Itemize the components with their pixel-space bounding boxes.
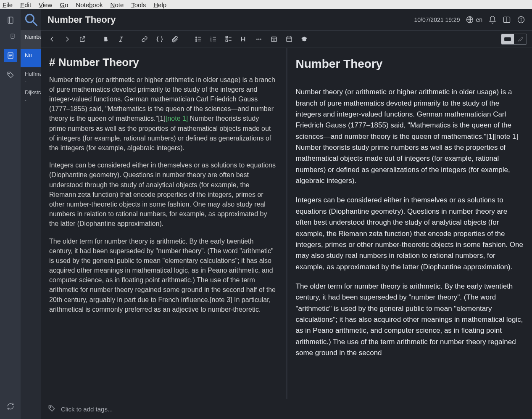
editor-toolbar: 123 [41,30,532,48]
menu-go[interactable]: Go [60,1,68,8]
svg-point-35 [258,39,260,40]
notelist-item[interactable]: Dijkstra- [21,86,41,104]
notelist-item-title: Number Theory [25,34,37,40]
richtext-mode-button[interactable] [514,34,527,44]
notelist-item-sub: - [25,79,37,84]
tags-icon[interactable] [47,404,56,414]
svg-point-9 [8,73,10,74]
tags-icon[interactable] [4,68,17,82]
markdown-mode-button[interactable] [501,34,514,44]
spellcheck-language[interactable]: en [466,16,482,24]
menu-help[interactable]: Help [153,1,166,8]
menubar[interactable]: FileEditViewGoNotebookNoteToolsHelp [0,0,532,9]
preview-heading: Number Theory [296,55,524,78]
svg-point-17 [521,18,521,19]
notelist-item-title: Huffman [25,71,37,77]
preview-paragraph: The older term for number theory is arit… [296,281,524,358]
notes-icon[interactable] [4,49,17,62]
svg-text:3: 3 [211,40,212,42]
note-link[interactable]: [note 1] [166,115,188,122]
nav-back-button[interactable] [46,33,58,45]
note-list: Number TheoryNuHuffman-Dijkstra- [21,9,41,419]
notelist-item-title: Dijkstra [25,89,37,95]
menu-notebook[interactable]: Notebook [76,1,103,8]
note-sub-icon[interactable] [6,29,19,43]
notelist-item-title: Nu [25,52,37,58]
editor-paragraph: Number theory (or arithmetic or higher a… [49,75,277,153]
education-button[interactable] [298,33,311,45]
menu-view[interactable]: View [39,1,52,8]
svg-point-36 [260,39,261,40]
calendar-button[interactable] [283,33,295,45]
menu-file[interactable]: File [3,1,13,8]
tags-placeholder[interactable]: Click to add tags... [61,406,113,413]
preview-pane: Number Theory Number theory (or arithmet… [287,48,532,399]
editor-heading: # Number Theory [49,55,277,71]
external-link-button[interactable] [76,33,89,45]
search-button[interactable] [21,9,41,30]
svg-rect-41 [287,37,292,42]
layout-toggle-icon[interactable] [503,16,511,24]
notelist-item[interactable]: Number Theory [21,30,41,49]
notelist-item[interactable]: Nu [21,49,41,67]
sync-icon[interactable] [4,400,17,413]
note-title[interactable]: Number Theory [47,14,414,25]
code-button[interactable] [153,33,166,45]
editor-paragraph: The older term for number theory is arit… [49,236,277,315]
info-icon[interactable] [517,16,525,24]
checkbox-list-button[interactable] [222,33,235,45]
preview-paragraph: Number theory (or arithmetic or higher a… [296,87,524,186]
bold-button[interactable] [100,33,112,45]
note-timestamp: 10/07/2021 19:29 [414,16,460,23]
attachment-button[interactable] [169,33,181,45]
notelist-item-sub: - [25,97,37,102]
svg-point-20 [196,40,197,41]
heading-button[interactable] [237,33,250,45]
menu-tools[interactable]: Tools [131,1,146,8]
hr-button[interactable] [253,33,265,45]
note-header: Number Theory 10/07/2021 19:29 en [41,9,532,30]
menu-note[interactable]: Note [111,1,124,8]
svg-point-10 [26,14,34,22]
notelist-item[interactable]: Huffman- [21,67,41,86]
editor-pane[interactable]: # Number Theory Number theory (or arithm… [41,48,287,399]
link-button[interactable] [138,33,151,45]
bulleted-list-button[interactable] [192,33,205,45]
svg-point-18 [196,37,197,37]
editor-paragraph: Integers can be considered either in the… [49,160,277,228]
svg-line-11 [33,22,37,26]
svg-rect-32 [226,40,228,42]
sidebar-rail [0,9,21,419]
note-footer: Click to add tags... [41,399,532,419]
svg-point-34 [256,39,258,40]
menu-edit[interactable]: Edit [20,1,31,8]
numbered-list-button[interactable]: 123 [207,33,220,45]
nav-forward-button[interactable] [61,33,74,45]
notebooks-icon[interactable] [4,13,17,27]
preview-paragraph: Integers can be considered either in the… [296,195,524,272]
view-mode-toggle[interactable] [501,34,527,45]
language-label: en [476,16,482,23]
svg-rect-0 [8,17,13,24]
italic-button[interactable] [115,33,127,45]
svg-point-46 [50,406,51,408]
alarm-icon[interactable] [488,16,497,24]
insert-date-button[interactable] [268,33,280,45]
svg-point-19 [196,39,197,40]
